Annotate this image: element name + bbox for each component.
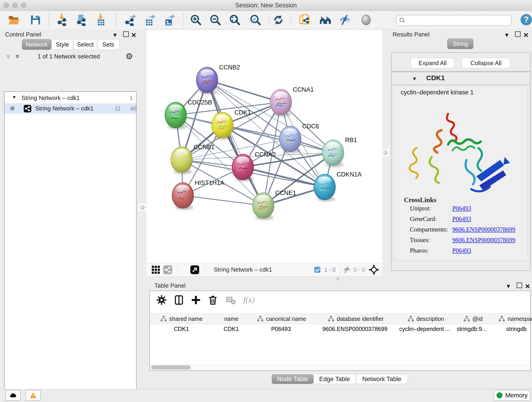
zoom-in-button[interactable] bbox=[190, 14, 202, 26]
network-node-CCNB1[interactable] bbox=[171, 147, 192, 174]
selected-checkbox-icon[interactable] bbox=[314, 266, 321, 274]
tab-network[interactable]: Network bbox=[22, 39, 51, 50]
crosslink-link[interactable]: 9606.ENSP00000378699 bbox=[452, 236, 515, 244]
expand-all-button[interactable]: Expand All bbox=[411, 58, 455, 68]
tab-select[interactable]: Select bbox=[74, 39, 97, 50]
export-image-button[interactable] bbox=[162, 14, 174, 26]
string-home-button[interactable] bbox=[319, 14, 331, 26]
cloud-button[interactable] bbox=[6, 390, 21, 401]
network-list: ▼ String Network – cdk1 1 String Network… bbox=[4, 91, 137, 402]
table-settings-gear-icon[interactable] bbox=[156, 295, 167, 305]
network-collection-row[interactable]: ▼ String Network – cdk1 1 bbox=[5, 93, 136, 103]
network-node-CCNB2[interactable] bbox=[196, 67, 218, 95]
network-node-HIST1H1A[interactable] bbox=[172, 183, 194, 210]
hide-selected-button[interactable] bbox=[339, 14, 351, 26]
apply-layout-button[interactable] bbox=[272, 14, 284, 26]
export-table-button[interactable] bbox=[143, 14, 155, 26]
network-node-CDKN1A[interactable] bbox=[314, 174, 336, 201]
right-sash-handle[interactable] bbox=[381, 148, 389, 157]
protein-card-header[interactable]: ▼ CDK1 bbox=[392, 72, 530, 85]
import-table-button[interactable] bbox=[95, 14, 107, 26]
protein-name: CDK1 bbox=[426, 74, 445, 82]
column-header-id[interactable]: @id bbox=[453, 314, 493, 324]
tab-node-table[interactable]: Node Table bbox=[272, 374, 313, 384]
float-table-icon[interactable]: ▼ bbox=[506, 283, 511, 289]
zoom-selected-button[interactable] bbox=[249, 14, 261, 26]
hidden-eye-slash-icon[interactable] bbox=[342, 265, 351, 274]
crosslink-link[interactable]: P06493 bbox=[452, 216, 471, 223]
tab-edge-table[interactable]: Edge Table bbox=[313, 374, 356, 384]
save-session-button[interactable] bbox=[30, 14, 41, 26]
scrollbar-thumb[interactable] bbox=[151, 365, 191, 370]
maximize-panel-icon[interactable] bbox=[123, 32, 129, 38]
warning-button[interactable] bbox=[26, 390, 41, 401]
collection-label: String Network – cdk1 bbox=[22, 95, 80, 102]
close-results-icon[interactable]: ✕ bbox=[523, 32, 529, 39]
network-node-RB1[interactable] bbox=[322, 140, 344, 167]
detach-view-icon[interactable] bbox=[190, 265, 200, 274]
selected-count: 1 - 0 bbox=[324, 267, 336, 273]
column-header-databaseidentifier[interactable]: database identifier bbox=[313, 314, 398, 324]
cell-id: stringdb:9... bbox=[452, 324, 491, 334]
table-row[interactable]: CDK1CDK1P064939606.ENSP00000378699cyclin… bbox=[150, 324, 530, 334]
tab-sets[interactable]: Sets bbox=[97, 39, 119, 50]
float-panel-icon[interactable]: ▼ bbox=[112, 32, 118, 38]
protein-expander-icon[interactable]: ▼ bbox=[412, 76, 417, 82]
network-share-icon[interactable] bbox=[163, 265, 172, 274]
tab-string[interactable]: String bbox=[447, 38, 473, 49]
cell-namespace: stringdb bbox=[491, 324, 532, 334]
network-node-CCNE1[interactable] bbox=[253, 193, 274, 220]
tab-style[interactable]: Style bbox=[51, 39, 73, 50]
network-label: String Network – cdk1 bbox=[35, 105, 94, 112]
close-panel-icon[interactable]: ✕ bbox=[131, 32, 136, 39]
clone-network-button[interactable] bbox=[299, 14, 311, 26]
show-columns-icon[interactable] bbox=[174, 295, 184, 305]
close-table-icon[interactable]: ✕ bbox=[525, 283, 530, 290]
network-node-CCNA2[interactable] bbox=[232, 154, 254, 182]
export-network-button[interactable] bbox=[123, 14, 135, 26]
network-options-gear-icon[interactable]: ⚙ bbox=[126, 51, 133, 61]
node-label-CCNE1: CCNE1 bbox=[275, 190, 296, 196]
import-network-file-button[interactable] bbox=[56, 14, 68, 26]
network-view[interactable]: CCNB2CCNA1CDC25BCDK1CDC6RB1CCNB1CCNA2CDK… bbox=[146, 30, 382, 263]
column-header-namespace[interactable]: namespace bbox=[493, 314, 532, 324]
crosslink-link[interactable]: P06493 bbox=[452, 205, 471, 212]
delete-column-trash-icon[interactable] bbox=[208, 295, 218, 305]
birds-eye-view-icon[interactable] bbox=[369, 264, 379, 275]
collapse-all-button[interactable]: Collapse All bbox=[462, 58, 510, 68]
network-node-CDC25B[interactable] bbox=[165, 102, 186, 129]
column-header-canonicalname[interactable]: canonical name bbox=[250, 314, 313, 324]
network-row-selected[interactable]: String Network – cdk1 11 48 bbox=[5, 103, 136, 114]
search-box[interactable] bbox=[396, 15, 512, 26]
table-horizontal-scrollbar[interactable] bbox=[150, 364, 530, 370]
float-results-icon[interactable]: ▼ bbox=[504, 32, 510, 38]
collection-expander-icon[interactable]: ▼ bbox=[12, 95, 17, 100]
left-sash-handle[interactable] bbox=[138, 203, 146, 211]
column-header-sharedname[interactable]: shared name bbox=[150, 314, 213, 324]
network-edge-CCNB2-CCNE1[interactable] bbox=[207, 80, 263, 206]
maximize-table-icon[interactable] bbox=[517, 283, 522, 289]
crosslink-link[interactable]: 9606.ENSP00000378699 bbox=[452, 226, 515, 233]
maximize-results-icon[interactable] bbox=[515, 32, 520, 38]
crosslink-link[interactable]: P06493 bbox=[452, 247, 471, 254]
network-edge-CCNB2-CCNA1[interactable] bbox=[207, 80, 281, 102]
create-column-icon[interactable] bbox=[191, 295, 201, 305]
network-node-CCNA1[interactable] bbox=[270, 89, 292, 117]
column-header-name[interactable]: name bbox=[213, 314, 250, 324]
zoom-fit-button[interactable] bbox=[229, 14, 241, 26]
tab-network-table[interactable]: Network Table bbox=[356, 374, 408, 384]
show-all-button[interactable] bbox=[360, 14, 372, 26]
network-node-CDK1[interactable] bbox=[212, 112, 233, 140]
network-edge-CCNE1-HIST1H1A[interactable] bbox=[183, 196, 263, 206]
memory-button[interactable]: Memory bbox=[494, 390, 530, 401]
bottom-sash-handle[interactable] bbox=[334, 276, 341, 280]
zoom-out-button[interactable] bbox=[209, 14, 221, 26]
node-label-CCNB1: CCNB1 bbox=[194, 144, 215, 151]
column-header-description[interactable]: description bbox=[398, 314, 453, 324]
import-network-database-button[interactable] bbox=[75, 14, 87, 26]
open-session-button[interactable] bbox=[8, 14, 20, 26]
search-input[interactable] bbox=[408, 16, 507, 24]
crosslink-row: GeneCard:P06493 bbox=[394, 216, 528, 226]
help-button[interactable]: ? bbox=[520, 14, 532, 26]
grid-view-icon[interactable] bbox=[151, 265, 161, 274]
